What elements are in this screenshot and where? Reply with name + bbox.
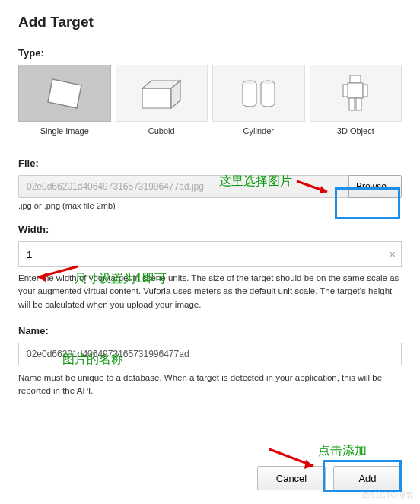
svg-marker-0 [48, 79, 81, 108]
svg-rect-11 [356, 98, 361, 110]
width-label: Width: [18, 224, 402, 235]
type-caption: 3D Object [337, 126, 374, 136]
svg-rect-9 [363, 85, 368, 97]
width-desc: Enter the width of your target in scene … [18, 272, 402, 311]
type-caption: Cuboid [148, 126, 175, 136]
type-single-image[interactable]: Single Image [18, 65, 111, 136]
type-3d-object[interactable]: 3D Object [310, 65, 402, 136]
svg-rect-7 [348, 83, 363, 98]
annotation-add: 点击添加 [318, 443, 367, 459]
cancel-button[interactable]: Cancel [257, 466, 326, 490]
name-desc: Name must be unique to a database. When … [18, 372, 402, 398]
svg-line-16 [269, 449, 313, 466]
add-button[interactable]: Add [333, 466, 402, 490]
file-label: File: [18, 158, 402, 169]
footer-buttons: Cancel Add [257, 466, 402, 490]
cylinder-icon [212, 65, 305, 122]
type-cylinder[interactable]: Cylinder [212, 65, 305, 136]
width-input[interactable] [18, 241, 402, 267]
clear-icon[interactable]: × [390, 248, 396, 260]
browse-button[interactable]: Browse... [348, 175, 402, 198]
svg-marker-1 [142, 88, 171, 108]
type-caption: Cylinder [243, 126, 274, 136]
svg-rect-8 [343, 85, 348, 97]
watermark: @51CTO博客 [362, 490, 414, 501]
robot-icon [310, 65, 402, 122]
svg-rect-6 [350, 75, 361, 83]
type-label: Type: [18, 47, 402, 59]
type-selector: Single Image Cuboid Cylinder 3D [18, 65, 402, 145]
type-cuboid[interactable]: Cuboid [116, 65, 208, 136]
dialog-title: Add Target [18, 14, 402, 30]
name-label: Name: [18, 325, 49, 337]
file-hint: .jpg or .png (max file 2mb) [18, 201, 402, 210]
type-caption: Single Image [40, 126, 89, 136]
file-input[interactable] [18, 175, 348, 198]
name-input[interactable] [18, 343, 402, 365]
svg-rect-10 [349, 98, 355, 110]
single-image-icon [18, 65, 111, 122]
cuboid-icon [116, 65, 208, 122]
